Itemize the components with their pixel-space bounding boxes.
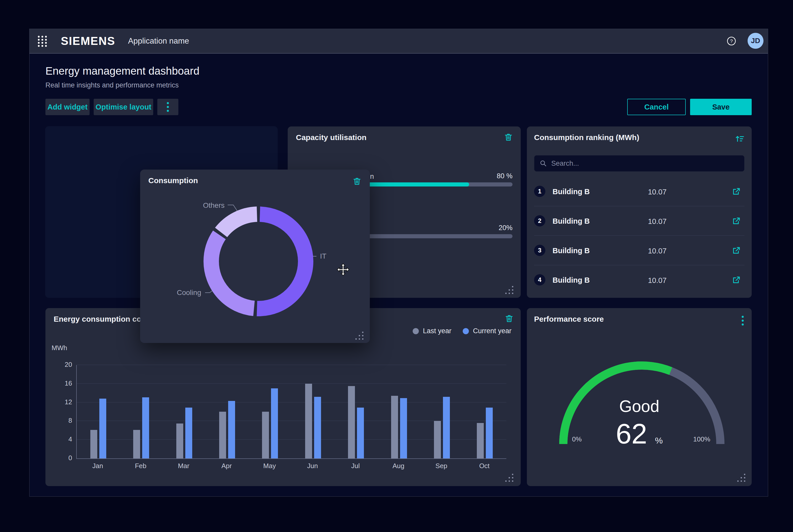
legend-label: Current year: [473, 327, 512, 335]
bar-last-year: [219, 412, 226, 458]
chart-legend: Last year Current year: [413, 327, 512, 335]
external-link-icon[interactable]: [732, 216, 741, 226]
app-window: SIEMENS Application name ? JD Energy man…: [29, 29, 768, 497]
toolbar-kebab-button[interactable]: [157, 99, 178, 115]
x-axis-label: Jul: [334, 462, 377, 470]
y-axis-unit: MWh: [52, 344, 67, 352]
external-link-icon[interactable]: [732, 275, 741, 285]
y-axis-labels: 048121620: [48, 365, 72, 458]
resize-handle-icon[interactable]: [355, 331, 364, 340]
x-axis-label: Feb: [119, 462, 162, 470]
legend-label: Last year: [423, 327, 451, 335]
x-axis-label: Jun: [291, 462, 334, 470]
rank-badge: 3: [534, 245, 545, 256]
save-button[interactable]: Save: [690, 99, 752, 115]
building-name: Building B: [553, 276, 590, 284]
consumption-widget-dragging[interactable]: Consumption Others IT Cooling: [140, 170, 370, 343]
resize-handle-icon[interactable]: [505, 473, 514, 482]
bar-current-year: [271, 388, 278, 458]
resize-handle-icon[interactable]: [505, 285, 514, 295]
bar-group: [420, 365, 463, 458]
search-icon: [539, 159, 547, 167]
app-header: SIEMENS Application name ? JD: [30, 29, 768, 54]
y-axis-label: 12: [65, 398, 72, 406]
x-axis-label: Sep: [420, 462, 463, 470]
x-axis-label: Jan: [76, 462, 119, 470]
gauge-status: Good: [527, 397, 752, 416]
trash-icon[interactable]: [504, 133, 513, 142]
bar-current-year: [400, 398, 407, 458]
bar-chart-plot: [76, 365, 506, 459]
search-input[interactable]: [551, 159, 739, 168]
building-name: Building B: [553, 247, 590, 255]
ranking-list: 1 Building B 10.07 2 Building B 10.07: [534, 177, 744, 294]
bar-last-year: [133, 430, 140, 458]
rank-badge: 2: [534, 215, 545, 227]
rank-badge: 1: [534, 186, 545, 197]
external-link-icon[interactable]: [732, 187, 741, 196]
ranking-row[interactable]: 3 Building B 10.07: [534, 236, 744, 265]
ranking-title: Consumption ranking (MWh): [534, 133, 639, 142]
trash-icon[interactable]: [504, 314, 514, 323]
capacity-row1-label-fragment: n: [370, 173, 374, 180]
energy-title: Energy consumption com: [54, 315, 148, 323]
legend-last-year: Last year: [413, 327, 451, 335]
move-cursor: [336, 263, 350, 276]
x-axis-label: May: [248, 462, 291, 470]
performance-widget: Performance score 0% 100% Good 62 %: [527, 308, 752, 486]
search-box: [534, 155, 744, 172]
x-axis-label: Oct: [463, 462, 506, 470]
cancel-button[interactable]: Cancel: [627, 99, 686, 115]
sort-icon[interactable]: [735, 134, 745, 144]
ranking-row[interactable]: 1 Building B 10.07: [534, 177, 744, 206]
ranking-row[interactable]: 2 Building B 10.07: [534, 206, 744, 236]
y-axis-label: 8: [69, 417, 72, 424]
bar-last-year: [305, 384, 312, 458]
bar-group: [119, 365, 163, 458]
score-unit: %: [655, 436, 663, 445]
bar-last-year: [477, 423, 484, 458]
building-name: Building B: [553, 217, 590, 226]
bar-current-year: [357, 407, 364, 458]
capacity-row1-value: 80 %: [497, 172, 513, 180]
donut-svg: [140, 170, 370, 343]
add-widget-button[interactable]: Add widget: [45, 99, 90, 115]
donut-label-others: Others: [203, 201, 224, 210]
siemens-logo: SIEMENS: [61, 35, 115, 48]
bar-current-year: [314, 397, 321, 458]
bar-group: [249, 365, 292, 458]
help-icon[interactable]: ?: [727, 36, 736, 46]
x-axis-labels: JanFebMarAprMayJunJulAugSepOct: [76, 462, 506, 470]
capacity-title: Capacity utilisation: [296, 133, 367, 142]
screen: SIEMENS Application name ? JD Energy man…: [0, 0, 793, 532]
gauge-score: 62 %: [527, 417, 752, 450]
bar-last-year: [391, 396, 398, 458]
consumption-value: 10.07: [639, 276, 675, 285]
bar-group: [377, 365, 420, 458]
others-leader-line: [228, 205, 237, 211]
consumption-value: 10.07: [639, 247, 675, 255]
legend-dot: [463, 328, 469, 334]
y-axis-label: 4: [69, 435, 72, 443]
bar-last-year: [176, 423, 183, 459]
bar-group: [292, 365, 334, 458]
svg-text:?: ?: [730, 38, 733, 44]
optimise-layout-button[interactable]: Optimise layout: [94, 99, 153, 115]
x-axis-label: Apr: [205, 462, 248, 470]
bar-current-year: [443, 397, 450, 458]
bar-current-year: [486, 407, 493, 458]
resize-handle-icon[interactable]: [737, 473, 746, 482]
bar-current-year: [228, 401, 235, 458]
kebab-icon: [167, 101, 169, 112]
bar-last-year: [90, 430, 97, 458]
ranking-widget: Consumption ranking (MWh) 1 Building B 1…: [527, 127, 752, 298]
application-name: Application name: [128, 36, 189, 46]
page-title: Energy management dashboard: [45, 65, 199, 77]
bar-group: [334, 365, 377, 458]
avatar[interactable]: JD: [748, 33, 763, 49]
app-launcher-icon[interactable]: [37, 35, 48, 48]
bar-current-year: [99, 399, 106, 458]
bar-last-year: [434, 421, 441, 458]
external-link-icon[interactable]: [732, 246, 741, 255]
ranking-row[interactable]: 4 Building B 10.07: [534, 265, 744, 294]
